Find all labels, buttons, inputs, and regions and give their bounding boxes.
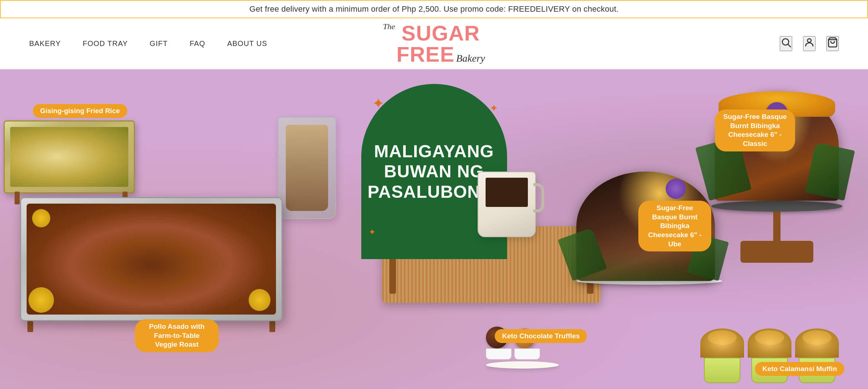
chicken-tray-area [20, 197, 283, 332]
label-pollo: Pollo Asado with Farm-to-Table Veggie Ro… [135, 319, 219, 352]
label-truffles: Keto Chocolate Truffles [495, 329, 587, 343]
fried-rice-tray [4, 120, 139, 204]
header-icons [780, 36, 839, 51]
announcement-text: Get free delivery with a minimum order o… [249, 4, 619, 14]
label-fried-rice: Gising-gising Fried Rice [33, 104, 127, 118]
header: BAKERY FOOD TRAY GIFT FAQ ABOUT US The S… [0, 18, 868, 69]
hero-section: Gising-gising Fried Rice [0, 69, 868, 389]
search-button[interactable] [780, 36, 792, 51]
nav-about-us[interactable]: ABOUT US [227, 39, 267, 48]
muffin-1 [700, 328, 744, 383]
label-classic-cake: Sugar-Free Basque Burnt Bibingka Cheesec… [715, 109, 795, 151]
nav-food-tray[interactable]: FOOD TRAY [83, 39, 128, 48]
logo-the: The [383, 23, 395, 31]
logo-bakery: Bakery [456, 53, 485, 64]
account-button[interactable] [803, 36, 816, 51]
logo-sugar: SUGAR [401, 21, 480, 45]
svg-point-2 [807, 39, 811, 42]
cart-button[interactable] [826, 36, 839, 51]
label-ube-cake: Sugar-Free Basque Burnt Bibingka Cheesec… [638, 201, 711, 251]
announcement-bar: Get free delivery with a minimum order o… [0, 0, 868, 18]
coffee-mug [478, 172, 550, 259]
nav-gift[interactable]: GIFT [150, 39, 168, 48]
label-muffin: Keto Calamansi Muffin [755, 362, 844, 376]
drink-cup [278, 117, 343, 219]
svg-line-1 [788, 45, 791, 47]
logo-free: FREE [396, 42, 454, 66]
logo[interactable]: The SUGAR FREE Bakery [383, 23, 485, 65]
main-nav: BAKERY FOOD TRAY GIFT FAQ ABOUT US [29, 39, 267, 48]
nav-faq[interactable]: FAQ [190, 39, 205, 48]
nav-bakery[interactable]: BAKERY [29, 39, 61, 48]
